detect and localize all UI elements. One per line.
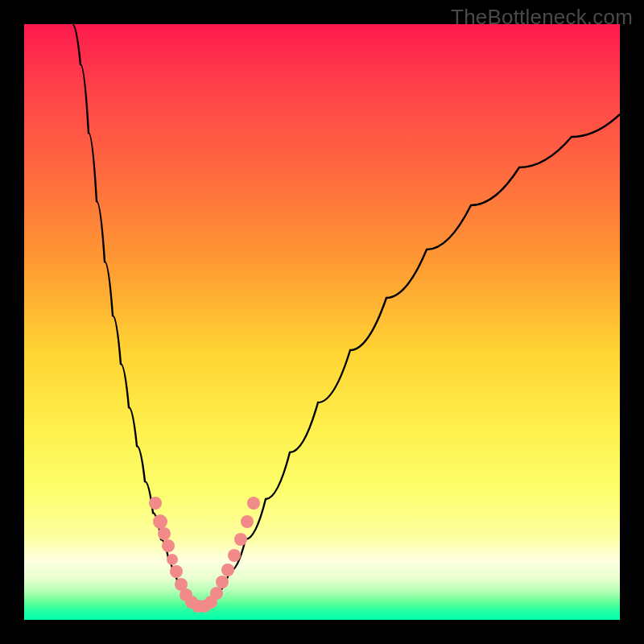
highlight-dot [228,549,241,562]
highlight-dot [216,576,229,588]
right-curve [209,114,620,604]
curve-svg [24,24,620,620]
chart-area [24,24,620,620]
highlight-dot [241,515,254,528]
highlight-dot [234,533,247,546]
highlight-dot [149,497,162,510]
highlight-dot [210,587,223,600]
highlight-dot [167,554,178,565]
highlight-dot [247,497,260,510]
highlight-dots [149,497,260,613]
left-curve [72,24,193,604]
highlight-dot [158,527,171,540]
highlight-dot [170,565,183,578]
highlight-dot [153,514,167,529]
highlight-dot [221,564,234,576]
highlight-dot [162,539,175,552]
